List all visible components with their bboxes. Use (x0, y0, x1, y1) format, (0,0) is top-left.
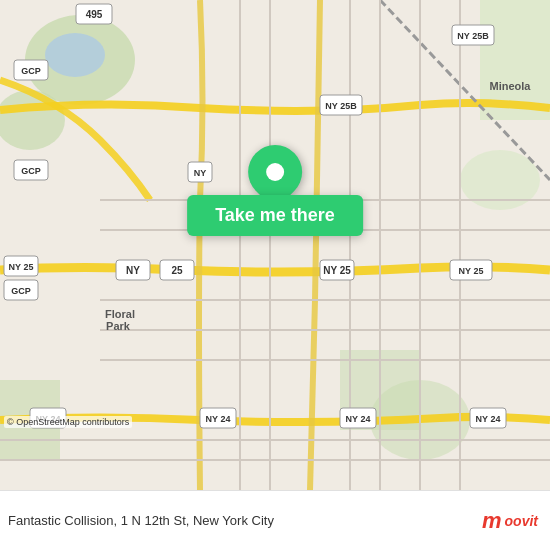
svg-text:25: 25 (171, 265, 183, 276)
svg-text:NY 25: NY 25 (9, 262, 34, 272)
bottom-bar: Fantastic Collision, 1 N 12th St, New Yo… (0, 490, 550, 550)
svg-text:GCP: GCP (11, 286, 31, 296)
moovit-logo: m oovit (482, 508, 538, 534)
svg-text:NY 24: NY 24 (346, 414, 371, 424)
svg-text:NY 24: NY 24 (476, 414, 501, 424)
map-container: 495 GCP NY 25B NY 25 NY 25 NY 25 NY 24 N… (0, 0, 550, 490)
svg-text:NY 25B: NY 25B (457, 31, 489, 41)
moovit-text: oovit (505, 513, 538, 529)
svg-text:NY 25: NY 25 (323, 265, 351, 276)
osm-credit: © OpenStreetMap contributors (4, 416, 132, 428)
svg-point-8 (45, 33, 105, 77)
svg-text:Mineola: Mineola (490, 80, 532, 92)
svg-text:Floral: Floral (105, 308, 135, 320)
moovit-m-icon: m (482, 508, 501, 534)
address-text: Fantastic Collision, 1 N 12th St, New Yo… (8, 513, 274, 528)
svg-text:NY 24: NY 24 (206, 414, 231, 424)
svg-text:NY 25: NY 25 (459, 266, 484, 276)
svg-text:GCP: GCP (21, 166, 41, 176)
svg-text:NY 25B: NY 25B (325, 101, 357, 111)
button-overlay: Take me there (187, 145, 363, 236)
svg-text:Park: Park (106, 320, 131, 332)
svg-text:495: 495 (86, 9, 103, 20)
svg-text:GCP: GCP (21, 66, 41, 76)
svg-text:NY: NY (126, 265, 140, 276)
take-me-there-button[interactable]: Take me there (187, 195, 363, 236)
